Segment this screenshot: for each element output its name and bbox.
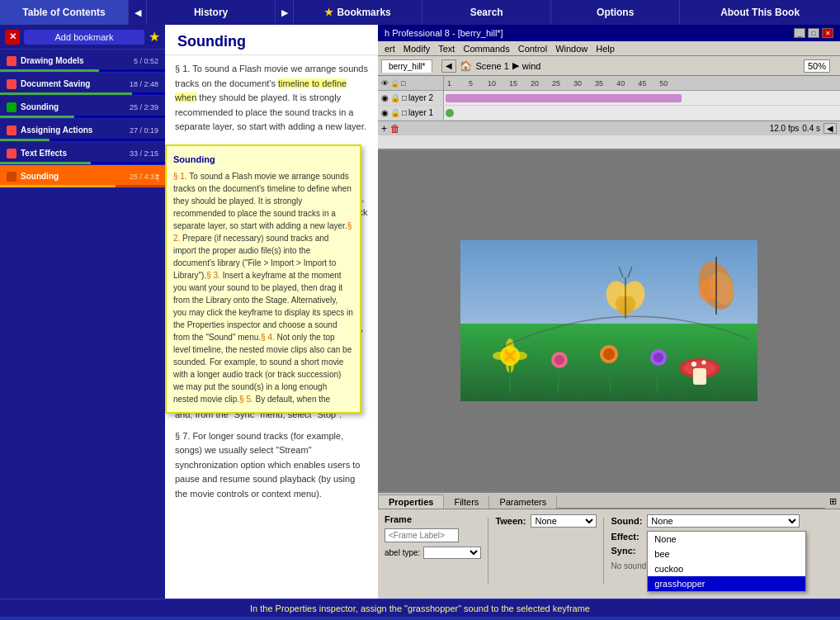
svg-point-18 [691,362,696,367]
tween-label: Tween: [495,516,526,526]
scene-illustration [460,240,757,401]
nav-item-search[interactable]: Search [422,0,551,25]
sound-option-bee[interactable]: bee [648,547,805,561]
sound-dropdown-container: None None bee cuckoo grasshopper [647,514,800,528]
lesson-title-dm: Drawing Models [21,56,134,65]
menu-control[interactable]: Control [515,43,550,54]
fps-display: 12.0 fps [770,124,800,133]
lesson-title-aa: Assigning Actions [21,125,130,135]
delete-layer-icon[interactable]: 🗑 [390,123,400,135]
page-title: Sounding [177,33,366,50]
label-type-select[interactable] [423,547,481,559]
lesson-icon-dm [7,56,17,66]
lesson-item-doc-saving[interactable]: Document Saving 18 / 2:48 [0,73,165,96]
svg-rect-21 [693,368,706,385]
nav-arrow-right[interactable]: ▶ [276,0,294,25]
svg-point-19 [702,361,706,365]
props-tab-properties[interactable]: Properties [378,495,444,509]
lesson-item-drawing-models[interactable]: Drawing Models 5 / 0:52 [0,50,165,73]
sound-option-cuckoo[interactable]: cuckoo [648,561,805,576]
nav-label-history: History [194,7,228,18]
nav-arrow-left[interactable]: ◀ [129,0,147,25]
menu-commands[interactable]: Commands [460,43,512,54]
sound-option-none[interactable]: None [648,532,805,547]
nav-item-history[interactable]: History [147,0,276,25]
sound-dropdown-list: None bee cuckoo grasshopper [647,531,806,592]
flash-menubar: ert Modify Text Commands Control Window … [378,41,840,56]
flash-toolbar: berry_hill* ◀ 🏠 Scene 1 ▶ wind 50% [378,56,840,76]
wind-label: wind [522,61,541,71]
layer-2-name[interactable]: ◉🔒□ layer 2 [378,91,444,105]
svg-point-8 [554,355,564,365]
scene-label: Scene 1 [475,61,508,71]
tooltip-title: Sounding [173,153,353,167]
flash-close-btn[interactable]: ✕ [822,28,833,38]
lesson-icon-aa [7,125,17,135]
svg-line-31 [619,267,623,277]
scene-breadcrumb: 🏠 Scene 1 ▶ wind [460,60,540,72]
nav-item-toc[interactable]: Table of Contents [0,0,129,25]
lesson-meta-ds: 18 / 2:48 [130,80,158,88]
lesson-item-sounding-active[interactable]: Sounding 25 / 4:31 ↑ [0,165,165,188]
sync-label: Sync: [611,546,635,556]
lesson-meta-sa: 25 / 4:31 [130,173,158,181]
home-icon: 🏠 [460,60,472,72]
lesson-title-s1: Sounding [21,102,130,111]
lesson-item-assigning[interactable]: Assigning Actions 27 / 0:19 [0,119,165,142]
lesson-item-sounding-1[interactable]: Sounding 25 / 2:39 [0,96,165,119]
flash-restore-btn[interactable]: □ [808,28,819,38]
add-layer-icon[interactable]: + [381,123,387,135]
props-tab-filters[interactable]: Filters [444,495,489,509]
sound-select[interactable]: None [647,514,800,528]
layer-2-label: layer 2 [408,93,433,102]
label-type-label: abel type: [385,548,420,557]
menu-window[interactable]: Window [552,43,591,54]
flash-canvas [460,240,757,401]
add-bookmark-button[interactable]: Add bookmark [24,30,144,45]
svg-line-32 [628,267,632,277]
svg-point-11 [603,348,615,360]
timeline-prev-btn[interactable]: ◀ [823,123,837,134]
layer-1-label: layer 1 [408,108,433,117]
status-message: In the Properties inspector, assign the … [8,603,832,613]
tooltip-body: § 1. To sound a Flash movie we arrange s… [173,170,353,405]
tween-select[interactable]: None Motion Shape [531,514,597,528]
menu-modify[interactable]: Modify [400,43,433,54]
stage-area [378,150,840,491]
nav-item-options[interactable]: Options [551,0,680,25]
zoom-control[interactable]: 50% [804,59,830,73]
cursor-indicator: ↑ [155,170,161,183]
props-tab-parameters[interactable]: Parameters [489,495,557,509]
nav-item-bookmarks[interactable]: ★ Bookmarks [294,0,422,25]
nav-label-toc: Table of Contents [22,7,105,18]
nav-item-about[interactable]: About This Book [680,0,840,25]
properties-panel: Properties Filters Parameters ⊞ Frame ab… [378,491,840,599]
effect-label: Effect: [611,532,639,542]
lesson-meta-s1: 25 / 2:39 [130,103,158,111]
eye-icon[interactable]: 👁 [381,79,389,88]
nav-label-about: About This Book [720,7,800,18]
back-btn[interactable]: ◀ [441,59,456,73]
svg-line-12 [609,363,611,393]
lesson-meta-te: 33 / 2:15 [130,149,158,158]
frame-label-input[interactable] [385,528,459,542]
bookmark-star-icon[interactable]: ★ [149,29,160,45]
close-button[interactable]: ✕ [5,30,20,45]
lesson-title-ds: Document Saving [21,79,130,88]
layer-1-name[interactable]: ◉🔒□ layer 1 [378,106,444,120]
frame-icon: □ [401,79,405,88]
lock-icon[interactable]: 🔒 [390,79,399,88]
tab-bar: berry_hill* [381,59,432,73]
menu-ert[interactable]: ert [381,43,399,54]
menu-help[interactable]: Help [592,43,618,54]
time-display: 0.4 s [802,124,820,133]
panel-expand-btn[interactable]: ⊞ [825,494,840,509]
flash-minimize-btn[interactable]: _ [794,28,805,38]
svg-line-9 [558,368,559,393]
frame-label: Frame [385,514,481,524]
sound-option-grasshopper[interactable]: grasshopper [648,576,805,591]
flash-tab-active[interactable]: berry_hill* [381,59,432,73]
lesson-item-text-effects[interactable]: Text Effects 33 / 2:15 [0,142,165,165]
svg-point-2 [506,338,514,353]
menu-text[interactable]: Text [435,43,458,54]
